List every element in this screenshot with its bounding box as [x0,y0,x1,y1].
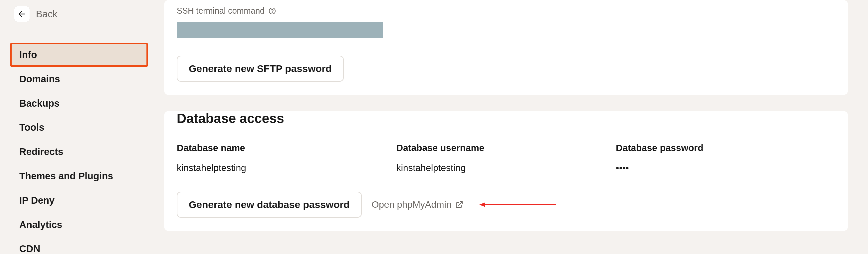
main-content: SSH terminal command Generate new SFTP p… [155,0,868,254]
db-password-value: •••• [616,163,835,173]
sidebar-item-themes-plugins[interactable]: Themes and Plugins [10,164,155,188]
open-phpmyadmin-label: Open phpMyAdmin [372,199,452,210]
help-icon[interactable] [269,7,276,15]
sidebar-item-info[interactable]: Info [10,43,148,67]
sidebar-item-tools[interactable]: Tools [10,115,155,140]
db-password-label: Database password [616,143,835,153]
generate-sftp-password-button[interactable]: Generate new SFTP password [177,56,344,82]
generate-db-password-button[interactable]: Generate new database password [177,192,362,218]
back-button[interactable] [14,6,30,22]
back-row: Back [10,6,155,22]
svg-marker-5 [479,202,485,207]
svg-point-2 [272,12,273,13]
sidebar-item-analytics[interactable]: Analytics [10,213,155,237]
sidebar-item-cdn[interactable]: CDN [10,237,155,254]
ssh-card: SSH terminal command Generate new SFTP p… [164,0,848,95]
db-username-value: kinstahelptesting [396,163,616,173]
database-grid: Database name kinstahelptesting Database… [177,143,835,173]
arrow-annotation [479,201,556,209]
ssh-command-redacted [177,22,383,38]
open-phpmyadmin-link[interactable]: Open phpMyAdmin [372,199,464,210]
database-title: Database access [177,111,835,126]
db-name-value: kinstahelptesting [177,163,396,173]
svg-line-3 [459,202,462,205]
external-link-icon [455,201,463,209]
db-username-col: Database username kinstahelptesting [396,143,616,173]
db-username-label: Database username [396,143,616,153]
database-card: Database access Database name kinstahelp… [164,111,848,231]
db-name-col: Database name kinstahelptesting [177,143,396,173]
sidebar-item-backups[interactable]: Backups [10,91,155,116]
sidebar-item-ip-deny[interactable]: IP Deny [10,188,155,213]
db-password-col: Database password •••• [616,143,835,173]
ssh-label: SSH terminal command [177,6,265,16]
ssh-label-row: SSH terminal command [177,6,835,16]
arrow-left-icon [18,10,26,18]
sidebar: Back Info Domains Backups Tools Redirect… [0,0,155,254]
sidebar-item-domains[interactable]: Domains [10,67,155,91]
database-actions: Generate new database password Open phpM… [177,192,835,218]
back-label: Back [36,9,57,20]
db-name-label: Database name [177,143,396,153]
nav-list: Info Domains Backups Tools Redirects The… [10,43,155,254]
sidebar-item-redirects[interactable]: Redirects [10,140,155,164]
